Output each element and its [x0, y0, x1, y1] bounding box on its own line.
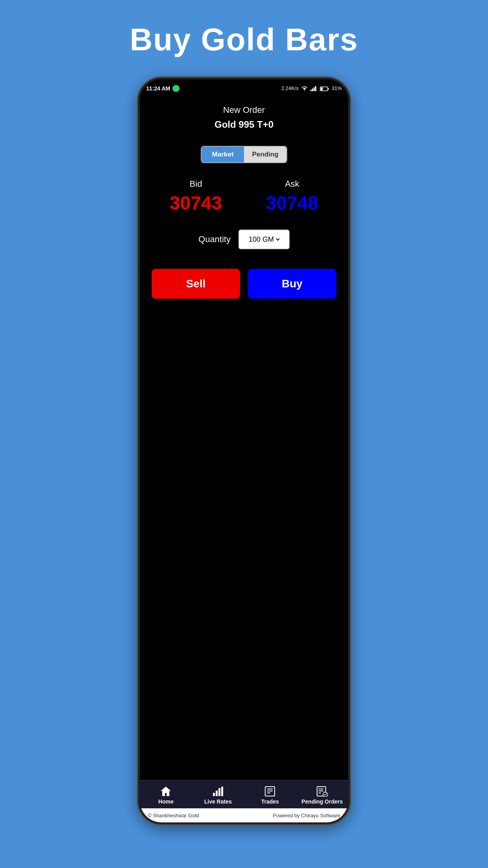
footer-copyright: © Shankheshwar Gold: [148, 813, 199, 818]
home-icon: [160, 784, 172, 797]
buy-button[interactable]: Buy: [248, 269, 336, 299]
battery-percent: 31%: [332, 85, 342, 91]
svg-rect-9: [218, 788, 220, 796]
quantity-selector[interactable]: 100 GM 200 GM 500 GM 1 KG: [238, 230, 290, 249]
bid-ask-section: Bid 30743 Ask 30748: [140, 167, 348, 222]
bid-price: 30743: [170, 192, 222, 214]
footer-powered-by: Powered by Chirayu Software: [273, 813, 340, 818]
ask-price: 30748: [266, 192, 318, 214]
nav-live-rates-label: Live Rates: [204, 798, 232, 805]
app-content: New Order Gold 995 T+0 Market Pending Bi…: [140, 97, 348, 822]
network-speed: 2.24K/s: [281, 85, 299, 91]
signal-icon: [310, 85, 317, 92]
battery-icon: [320, 85, 329, 91]
nav-trades-label: Trades: [261, 798, 279, 805]
phone-frame: 11:24 AM 2.24K/s: [138, 77, 350, 824]
pending-orders-icon: [316, 784, 328, 797]
nav-home-label: Home: [158, 798, 174, 805]
svg-rect-2: [314, 87, 315, 91]
svg-rect-10: [221, 787, 223, 796]
status-bar: 11:24 AM 2.24K/s: [140, 79, 348, 97]
sell-button[interactable]: Sell: [152, 269, 240, 299]
page-title: Buy Gold Bars: [130, 22, 358, 58]
svg-rect-0: [310, 90, 312, 91]
whatsapp-icon: [172, 85, 180, 92]
order-type-toggle[interactable]: Market Pending: [201, 146, 287, 163]
nav-home[interactable]: Home: [140, 784, 192, 805]
ask-label: Ask: [266, 179, 318, 189]
new-order-title: New Order: [144, 105, 344, 115]
bid-block: Bid 30743: [170, 179, 222, 214]
quantity-dropdown[interactable]: 100 GM 200 GM 500 GM 1 KG: [247, 235, 281, 244]
status-time: 11:24 AM: [146, 85, 170, 92]
market-tab[interactable]: Market: [202, 147, 244, 162]
chart-icon: [212, 784, 224, 797]
svg-rect-3: [315, 86, 316, 91]
app-header: New Order Gold 995 T+0: [140, 97, 348, 142]
instrument-name: Gold 995 T+0: [144, 119, 344, 130]
bid-label: Bid: [170, 179, 222, 189]
app-footer: © Shankheshwar Gold Powered by Chirayu S…: [140, 808, 348, 822]
content-spacer: [140, 307, 348, 780]
nav-pending-orders[interactable]: Pending Orders: [296, 784, 349, 805]
wifi-icon: [301, 85, 308, 92]
action-buttons: Sell Buy: [140, 257, 348, 307]
nav-trades[interactable]: Trades: [244, 784, 296, 805]
status-left: 11:24 AM: [146, 85, 180, 92]
quantity-section: Quantity 100 GM 200 GM 500 GM 1 KG: [140, 222, 348, 257]
svg-rect-1: [312, 88, 313, 91]
quantity-label: Quantity: [198, 234, 231, 245]
svg-rect-7: [213, 793, 215, 796]
trades-icon: [264, 784, 275, 797]
status-right: 2.24K/s: [281, 85, 342, 92]
svg-rect-5: [328, 88, 329, 90]
bottom-nav: Home Live Rates: [140, 780, 348, 808]
nav-live-rates[interactable]: Live Rates: [192, 784, 244, 805]
svg-rect-6: [320, 87, 323, 90]
svg-rect-8: [216, 791, 218, 796]
pending-tab[interactable]: Pending: [244, 147, 286, 162]
ask-block: Ask 30748: [266, 179, 318, 214]
nav-pending-orders-label: Pending Orders: [301, 798, 343, 805]
